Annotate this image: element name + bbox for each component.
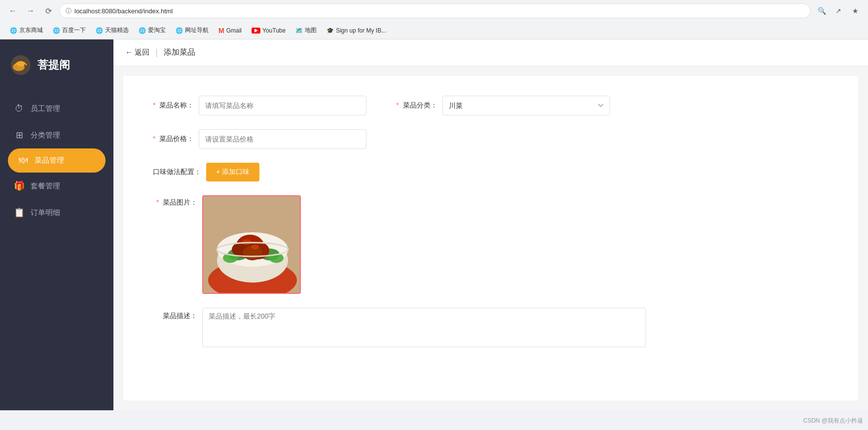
address-text: localhost:8080/backend/index.html <box>74 7 173 15</box>
sidebar-item-combo[interactable]: 🎁 套餐管理 <box>0 173 113 199</box>
required-mark-4: * <box>156 198 159 206</box>
desc-textarea[interactable] <box>202 308 646 347</box>
desc-row: 菜品描述： <box>153 308 829 347</box>
dish-category-field: * 菜品分类： 川菜 粤菜 湘菜 <box>396 96 610 115</box>
lock-icon: ⓘ <box>66 7 72 15</box>
bookmark-tianmao[interactable]: 🌐 天猫精选 <box>92 24 133 36</box>
bookmark-label: Sign up for My IB... <box>336 27 386 34</box>
nav-actions: 🔍 ↗ ★ <box>815 4 862 18</box>
sidebar-item-label: 套餐管理 <box>31 181 60 191</box>
bookmark-label: 爱淘宝 <box>148 26 166 35</box>
zoom-button[interactable]: 🔍 <box>815 4 829 18</box>
desc-label: 菜品描述： <box>153 308 197 321</box>
orders-icon: 📋 <box>14 207 25 218</box>
browser-chrome: ← → ⟳ ⓘ localhost:8080/backend/index.htm… <box>0 0 868 39</box>
globe-icon: 🌐 <box>53 27 60 34</box>
dish-name-label: * 菜品名称： <box>153 101 194 110</box>
sidebar-item-orders[interactable]: 📋 订单明细 <box>0 199 113 226</box>
dish-name-field: * 菜品名称： <box>153 96 366 115</box>
bookmark-jd[interactable]: 🌐 京东商城 <box>6 24 47 36</box>
required-mark: * <box>153 101 155 109</box>
logo-text: 菩提阁 <box>37 58 70 72</box>
image-row: * 菜品图片： <box>153 195 829 294</box>
header-divider: | <box>155 47 158 58</box>
bookmark-signup[interactable]: 🎓 Sign up for My IB... <box>323 25 390 36</box>
bookmark-youtube[interactable]: YouTube <box>248 25 289 36</box>
sidebar: 菩提阁 ⏱ 员工管理 ⊞ 分类管理 🍽 菜品管理 🎁 套餐管理 📋 订单明细 <box>0 39 113 410</box>
browser-nav: ← → ⟳ ⓘ localhost:8080/backend/index.htm… <box>0 0 868 22</box>
maps-icon: 🗺️ <box>295 27 303 34</box>
main-content: ← 返回 | 添加菜品 * 菜品名称： * 菜品分类： <box>113 39 868 410</box>
share-button[interactable]: ↗ <box>832 4 845 18</box>
staff-icon: ⏱ <box>14 104 25 114</box>
required-mark-2: * <box>396 101 398 109</box>
combo-icon: 🎁 <box>14 180 25 191</box>
dishes-icon: 🍽 <box>18 155 29 166</box>
sidebar-item-label: 分类管理 <box>31 131 60 140</box>
svg-point-17 <box>251 245 259 250</box>
dish-name-input[interactable] <box>199 96 366 115</box>
form-row-1: * 菜品名称： * 菜品分类： 川菜 粤菜 湘菜 <box>153 96 829 115</box>
image-upload-area[interactable] <box>202 195 301 294</box>
flavor-label: 口味做法配置： <box>153 168 201 177</box>
logo-icon <box>10 54 32 76</box>
globe-icon: 🌐 <box>96 27 103 34</box>
bookmark-button[interactable]: ★ <box>848 4 862 18</box>
bookmark-label: Gmail <box>226 27 242 34</box>
youtube-icon <box>252 28 260 34</box>
form-area: * 菜品名称： * 菜品分类： 川菜 粤菜 湘菜 <box>123 76 858 400</box>
add-flavor-button[interactable]: + 添加口味 <box>206 163 259 181</box>
required-mark-3: * <box>153 135 155 143</box>
sidebar-item-label: 员工管理 <box>31 104 60 113</box>
bookmarks-bar: 🌐 京东商城 🌐 百度一下 🌐 天猫精选 🌐 爱淘宝 🌐 网址导航 M Gmai… <box>0 22 868 39</box>
sidebar-item-label: 订单明细 <box>31 208 60 217</box>
dish-category-label: * 菜品分类： <box>396 101 437 110</box>
svg-point-2 <box>17 62 25 67</box>
page-header: ← 返回 | 添加菜品 <box>113 39 868 66</box>
food-image <box>203 196 301 294</box>
bookmark-baidu[interactable]: 🌐 百度一下 <box>49 24 90 36</box>
app-container: 菩提阁 ⏱ 员工管理 ⊞ 分类管理 🍽 菜品管理 🎁 套餐管理 📋 订单明细 <box>0 39 868 410</box>
youtube-play-icon <box>254 29 258 33</box>
dish-price-input[interactable] <box>199 129 366 149</box>
sidebar-item-label: 菜品管理 <box>35 156 64 165</box>
nav-menu: ⏱ 员工管理 ⊞ 分类管理 🍽 菜品管理 🎁 套餐管理 📋 订单明细 <box>0 96 113 410</box>
dish-price-label: * 菜品价格： <box>153 135 194 143</box>
form-row-2: * 菜品价格： <box>153 129 829 149</box>
globe-icon: 🌐 <box>10 27 17 34</box>
bookmark-label: 网址导航 <box>185 26 209 35</box>
sidebar-item-category[interactable]: ⊞ 分类管理 <box>0 122 113 148</box>
globe-icon: 🌐 <box>139 27 146 34</box>
forward-button[interactable]: → <box>24 4 37 18</box>
bookmark-aitaobao[interactable]: 🌐 爱淘宝 <box>135 24 170 36</box>
bookmark-label: YouTube <box>262 27 286 34</box>
category-icon: ⊞ <box>14 130 25 141</box>
bookmark-label: 百度一下 <box>62 26 86 35</box>
bookmark-label: 地图 <box>305 26 317 35</box>
logo-area: 菩提阁 <box>0 39 113 96</box>
bookmark-wangzhi[interactable]: 🌐 网址导航 <box>172 24 213 36</box>
bookmark-maps[interactable]: 🗺️ 地图 <box>291 24 321 36</box>
bookmark-label: 天猫精选 <box>105 26 129 35</box>
dish-category-select[interactable]: 川菜 粤菜 湘菜 <box>442 96 610 115</box>
image-label: * 菜品图片： <box>153 195 197 207</box>
address-bar[interactable]: ⓘ localhost:8080/backend/index.html <box>59 3 811 18</box>
bookmark-gmail[interactable]: M Gmail <box>215 25 246 36</box>
bookmark-label: 京东商城 <box>19 26 43 35</box>
dish-price-field: * 菜品价格： <box>153 129 366 149</box>
page-title: 添加菜品 <box>164 47 195 58</box>
reload-button[interactable]: ⟳ <box>41 4 55 18</box>
gmail-icon: M <box>218 27 224 35</box>
globe-icon: 🌐 <box>176 27 183 34</box>
back-button[interactable]: ← 返回 <box>125 48 149 57</box>
sidebar-item-dishes[interactable]: 🍽 菜品管理 <box>8 148 106 173</box>
sidebar-item-staff[interactable]: ⏱ 员工管理 <box>0 96 113 122</box>
flavor-row: 口味做法配置： + 添加口味 <box>153 163 829 181</box>
globe-icon: 🎓 <box>326 27 334 34</box>
watermark: CSDN @我有点小矜逼 <box>803 417 863 425</box>
back-button[interactable]: ← <box>6 4 20 18</box>
